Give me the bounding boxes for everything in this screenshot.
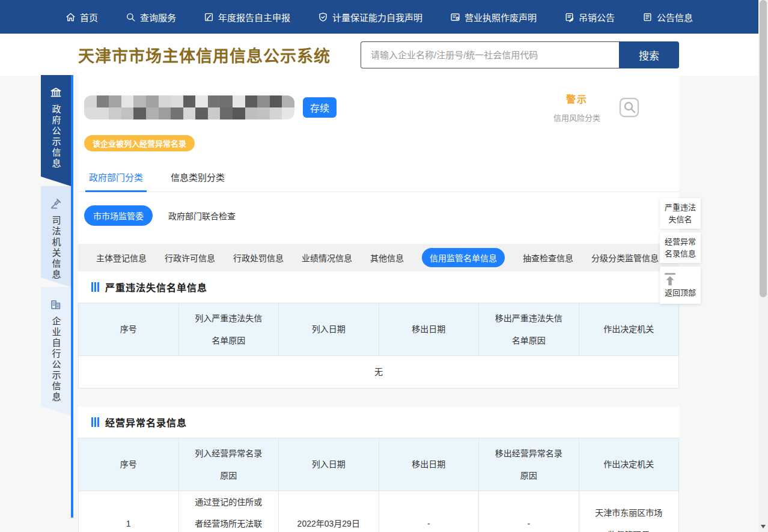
department-pill-1[interactable]: 市市场监管委 [84, 205, 153, 226]
category-menu-item-1[interactable]: 主体登记信息 [96, 252, 147, 264]
credit-risk-widget: 警示 信用风险分类 [553, 91, 600, 123]
sidebar-tab-3[interactable]: 企业自行公示信息 [41, 287, 71, 416]
quick-nav-item-1[interactable]: 严重违法失信名 [660, 198, 701, 229]
nav-item-label: 年度报告自主申报 [218, 11, 290, 23]
table-header-row: 序号列入严重违法失信名单原因列入日期移出日期移出严重违法失信名单原因作出决定机关 [79, 303, 679, 356]
bulletin-icon [642, 12, 653, 22]
mosaic-block [109, 95, 121, 107]
data-table: 序号列入严重违法失信名单原因列入日期移出日期移出严重违法失信名单原因作出决定机关… [78, 303, 679, 388]
table-cell: 天津市东丽区市场监督管理局 [579, 491, 679, 532]
section-title: 严重违法失信名单信息 [105, 280, 207, 294]
back-to-top-label: 返回顶部 [665, 288, 696, 297]
search-button[interactable]: 搜索 [619, 41, 679, 68]
mosaic-block [208, 107, 221, 119]
search-box: 搜索 [361, 41, 679, 68]
mosaic-block [270, 107, 282, 119]
up-arrow-icon [663, 273, 698, 287]
revoke-doc-icon [564, 12, 574, 22]
mosaic-block [282, 95, 294, 107]
gavel-icon [49, 197, 62, 210]
mosaic-block [233, 107, 245, 119]
section-title: 经营异常名录信息 [105, 415, 187, 429]
table-cell: 1 [79, 491, 179, 532]
mosaic-block [183, 95, 196, 107]
classification-tabs: 政府部门分类信息类别分类 [78, 163, 679, 192]
mosaic-block [109, 107, 121, 119]
left-sidebar: 政府公示信息司法机关信息企业自行公示信息 [41, 75, 71, 416]
risk-classification-label: 信用风险分类 [553, 112, 600, 123]
table-column-header: 列入日期 [279, 303, 379, 356]
mosaic-block [159, 95, 171, 107]
table-cell: 2022年03月29日 [279, 491, 379, 532]
table-column-header: 列入严重违法失信名单原因 [178, 303, 279, 356]
category-menu-item-6[interactable]: 信用监管名单信息 [422, 248, 505, 267]
nav-item-2[interactable]: 查询服务 [126, 11, 176, 23]
government-building-icon [49, 86, 62, 99]
status-badge: 存续 [303, 97, 337, 118]
section-severe-violation: 严重违法失信名单信息序号列入严重违法失信名单原因列入日期移出日期移出严重违法失信… [78, 271, 679, 388]
mosaic-block [245, 95, 258, 107]
mosaic-block [257, 107, 270, 119]
section-marker-icon [91, 282, 99, 292]
table-column-header: 作出决定机关 [579, 303, 679, 356]
section-marker-icon [91, 417, 99, 427]
edit-icon [204, 12, 214, 22]
tab-1[interactable]: 政府部门分类 [85, 163, 147, 192]
sidebar-tab-label: 企业自行公示信息 [50, 316, 62, 403]
mosaic-block [270, 95, 282, 107]
nav-item-label: 营业执照作废声明 [465, 11, 537, 23]
section-header: 严重违法失信名单信息 [78, 271, 679, 303]
nav-item-7[interactable]: 公告信息 [642, 11, 693, 23]
nav-item-1[interactable]: 首页 [66, 11, 98, 23]
abnormal-list-badge: 该企业被列入经营异常名录 [84, 135, 195, 151]
section-card-abnormal: 经营异常名录信息序号列入经营异常名录原因列入日期移出日期移出经营异常名录原因作出… [78, 407, 679, 532]
tab-2[interactable]: 信息类别分类 [167, 163, 228, 192]
category-menu-item-2[interactable]: 行政许可信息 [165, 252, 215, 264]
quick-nav-panel: 严重违法失信名经营异常名录信息返回顶部 [660, 198, 701, 307]
section-abnormal-directory: 经营异常名录信息序号列入经营异常名录原因列入日期移出日期移出经营异常名录原因作出… [78, 407, 679, 532]
site-title: 天津市市场主体信用信息公示系统 [78, 43, 331, 67]
mosaic-block [220, 95, 233, 107]
section-header: 经营异常名录信息 [78, 407, 679, 438]
category-menu-item-5[interactable]: 其他信息 [370, 252, 404, 264]
nav-item-label: 公告信息 [657, 11, 693, 23]
sidebar-tab-2[interactable]: 司法机关信息 [41, 186, 71, 287]
shield-check-icon [318, 12, 328, 22]
search-input[interactable] [361, 41, 619, 68]
table-cell: - [379, 491, 479, 532]
magnifier-preview-icon[interactable] [618, 97, 640, 118]
search-icon [126, 12, 136, 22]
category-menu-item-4[interactable]: 业绩情况信息 [302, 252, 352, 264]
mosaic-block [195, 95, 208, 107]
mosaic-block [146, 107, 159, 119]
mosaic-block [171, 107, 183, 119]
sidebar-tab-label: 司法机关信息 [50, 216, 62, 280]
nav-item-6[interactable]: 吊销公告 [564, 11, 615, 23]
category-menu-bar: 主体登记信息行政许可信息行政处罚信息业绩情况信息其他信息信用监管名单信息抽查检查… [78, 244, 679, 271]
company-building-icon [49, 298, 62, 311]
license-icon [450, 12, 460, 22]
scrollbar-down-arrow-icon[interactable] [761, 525, 766, 528]
nav-item-label: 计量保证能力自我声明 [332, 11, 422, 23]
nav-item-3[interactable]: 年度报告自主申报 [204, 11, 290, 23]
risk-level-text: 警示 [553, 91, 600, 106]
nav-item-label: 首页 [80, 11, 98, 23]
quick-nav-item-2[interactable]: 经营异常名录信息 [660, 232, 701, 263]
top-navbar: 首页查询服务年度报告自主申报计量保证能力自我声明营业执照作废声明吊销公告公告信息 [0, 0, 758, 34]
mosaic-block [257, 95, 270, 107]
mosaic-block [208, 95, 221, 107]
category-menu-item-7[interactable]: 抽查检查信息 [523, 252, 573, 264]
table-column-header: 移出日期 [379, 303, 479, 356]
nav-item-5[interactable]: 营业执照作废声明 [450, 11, 537, 23]
company-header-row: 存续 警示 信用风险分类 [78, 76, 679, 123]
scrollbar-thumb[interactable] [760, 0, 767, 297]
department-pills: 市市场监管委政府部门联合检查 [78, 192, 679, 244]
category-menu-item-8[interactable]: 分级分类监管信息 [591, 252, 659, 264]
back-to-top-button[interactable]: 返回顶部 [660, 267, 701, 304]
nav-item-4[interactable]: 计量保证能力自我声明 [318, 11, 422, 23]
sidebar-tab-1[interactable]: 政府公示信息 [41, 75, 71, 186]
vertical-scrollbar [758, 0, 768, 532]
department-pill-2[interactable]: 政府部门联合检查 [168, 210, 236, 222]
category-menu-item-3[interactable]: 行政处罚信息 [233, 252, 284, 264]
mosaic-block [183, 107, 196, 119]
